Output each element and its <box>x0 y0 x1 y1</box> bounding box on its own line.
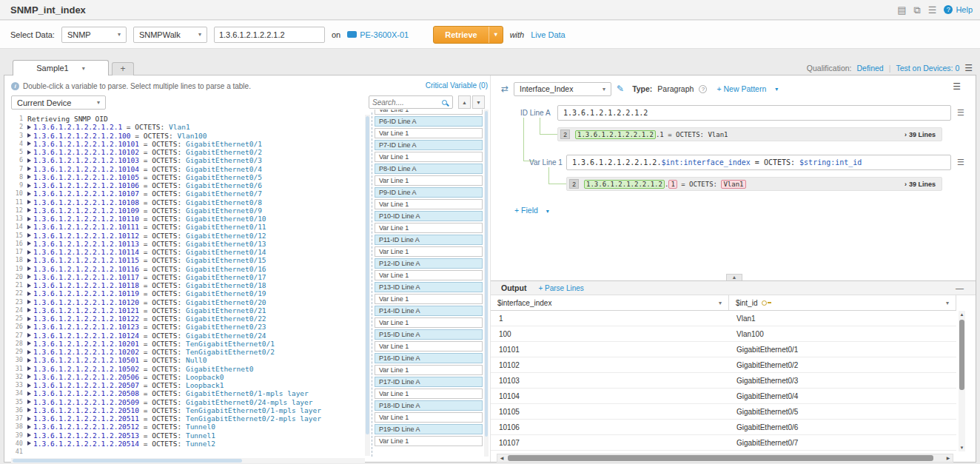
code-line[interactable]: 181.3.6.1.2.1.2.2.1.2.10115 = OCTETS: Gi… <box>11 256 365 264</box>
pattern-strip-item[interactable]: P17-ID Line A <box>375 377 483 387</box>
edit-variable-icon[interactable]: ✎ <box>617 84 624 94</box>
id-line-match-preview[interactable]: 2 1.3.6.1.2.1.2.2.1.2.1 = OCTETS: Vlan1 … <box>557 127 942 141</box>
scroll-left-icon[interactable]: ◀ <box>497 454 506 462</box>
pattern-strip-item[interactable]: Var Line 1 <box>375 365 483 375</box>
pattern-strip-item[interactable]: Var Line 1 <box>375 152 483 162</box>
code-line[interactable]: 291.3.6.1.2.1.2.2.1.2.10202 = OCTETS: Te… <box>11 348 365 356</box>
output-column-select-interface-index[interactable]: $interface_index ▾ <box>491 295 729 310</box>
pattern-strip-item[interactable]: P13-ID Line A <box>375 282 483 292</box>
code-line[interactable]: 111.3.6.1.2.1.2.2.1.2.10108 = OCTETS: Gi… <box>11 198 365 206</box>
code-line[interactable]: 141.3.6.1.2.1.2.2.1.2.10111 = OCTETS: Gi… <box>11 223 365 231</box>
id-line-pattern-input[interactable]: 1.3.6.1.2.1.2.2.1.2 <box>557 105 951 121</box>
code-line[interactable]: 351.3.6.1.2.1.2.2.1.2.20509 = OCTETS: Gi… <box>11 398 365 406</box>
search-icon[interactable] <box>442 100 447 105</box>
code-line[interactable]: 301.3.6.1.2.1.2.2.1.2.10501 = OCTETS: Nu… <box>11 356 365 364</box>
code-line[interactable]: 171.3.6.1.2.1.2.2.1.2.10114 = OCTETS: Gi… <box>11 248 365 256</box>
qualification-value-link[interactable]: Defined <box>857 64 884 73</box>
add-field-link[interactable]: + Field ▾ <box>514 206 549 215</box>
code-line[interactable]: 361.3.6.1.2.1.2.2.1.2.20510 = OCTETS: Te… <box>11 406 365 414</box>
pattern-strip-item[interactable]: Var Line 1 <box>375 341 483 352</box>
pattern-strip-item[interactable]: Var Line 1 <box>375 199 483 209</box>
copy-icon[interactable]: ⧉ <box>913 5 920 15</box>
pattern-strip-item[interactable]: P18-ID Line A <box>375 400 483 411</box>
device-link[interactable]: PE-3600X-01 <box>347 30 409 39</box>
code-line[interactable]: 201.3.6.1.2.1.2.2.1.2.10117 = OCTETS: Gi… <box>11 273 365 281</box>
pattern-strip-item[interactable]: Var Line 1 <box>375 223 483 233</box>
search-next-button[interactable]: ▼ <box>472 95 485 109</box>
test-on-devices-link[interactable]: Test on Devices: 0 <box>896 64 959 73</box>
code-line[interactable]: 401.3.6.1.2.1.2.2.1.2.20514 = OCTETS: Tu… <box>11 440 365 448</box>
code-line[interactable]: 231.3.6.1.2.1.2.2.1.2.10120 = OCTETS: Gi… <box>11 298 365 306</box>
output-column-select-int-id[interactable]: $int_id ▾ <box>729 295 956 310</box>
pattern-strip-item[interactable]: P7-ID Line A <box>375 140 483 150</box>
var-lines-count-link[interactable]: ›39 Lines <box>905 181 936 188</box>
type-help-icon[interactable]: ? <box>699 85 707 93</box>
code-line[interactable]: 121.3.6.1.2.1.2.2.1.2.10109 = OCTETS: Gi… <box>11 206 365 215</box>
output-horizontal-scrollbar[interactable]: ◀ ▶ <box>497 454 953 463</box>
strip-vertical-scrollbar[interactable] <box>484 110 489 457</box>
live-data-link[interactable]: Live Data <box>531 30 565 39</box>
pattern-strip-item[interactable]: Var Line 1 <box>375 412 483 423</box>
code-line[interactable]: 331.3.6.1.2.1.2.2.1.2.20507 = OCTETS: Lo… <box>11 381 365 389</box>
scroll-down-icon[interactable]: ▼ <box>959 444 965 451</box>
code-line[interactable]: 371.3.6.1.2.1.2.2.1.2.20511 = OCTETS: Te… <box>11 414 365 423</box>
pattern-strip-item[interactable]: P15-ID Line A <box>375 329 483 340</box>
pattern-strip-item[interactable]: P16-ID Line A <box>375 353 483 363</box>
code-line[interactable]: 1Retrieving SNMP OID <box>11 115 365 123</box>
scrollbar-thumb[interactable] <box>366 116 369 434</box>
pattern-strip-item[interactable]: P9-ID Line A <box>375 187 483 198</box>
help-link[interactable]: ? Help <box>944 5 973 14</box>
pattern-strip-item[interactable]: Var Line 1 <box>375 436 483 446</box>
code-line[interactable]: 251.3.6.1.2.1.2.2.1.2.10122 = OCTETS: Gi… <box>11 315 365 323</box>
list-icon[interactable]: ☰ <box>928 5 937 15</box>
pattern-strip-item[interactable]: P19-ID Line A <box>375 424 483 434</box>
code-line[interactable]: 61.3.6.1.2.1.2.2.1.2.10103 = OCTETS: Gig… <box>11 156 365 164</box>
critical-variable-link[interactable]: Critical Variable (0) <box>426 81 488 90</box>
pattern-strip-item[interactable]: P11-ID Line A <box>375 235 483 245</box>
pattern-strip-item[interactable]: Var Line 1 <box>375 270 483 280</box>
var-line-menu-icon[interactable]: ☰ <box>957 158 964 167</box>
parse-lines-link[interactable]: + Parse Lines <box>538 284 583 292</box>
code-line[interactable]: 221.3.6.1.2.1.2.2.1.2.10119 = OCTETS: Gi… <box>11 289 365 297</box>
code-line[interactable]: 41 <box>11 448 365 456</box>
retrieve-button[interactable]: Retrieve ▾ <box>433 26 503 44</box>
code-line[interactable]: 31.3.6.1.2.1.2.2.1.2.100 = OCTETS: Vlan1… <box>11 132 365 140</box>
pattern-strip-item[interactable]: Var Line 1 <box>375 317 483 328</box>
variable-select[interactable]: Interface_Index▾ <box>514 82 611 96</box>
new-pattern-link[interactable]: + New Pattern ▾ <box>716 84 778 93</box>
pattern-strip-item[interactable]: P8-ID Line A <box>375 164 483 174</box>
code-line[interactable]: 71.3.6.1.2.1.2.2.1.2.10104 = OCTETS: Gig… <box>11 165 365 173</box>
pattern-strip-item[interactable]: P10-ID Line A <box>375 211 483 221</box>
code-line[interactable]: 281.3.6.1.2.1.2.2.1.2.10201 = OCTETS: Te… <box>11 340 365 348</box>
code-line[interactable]: 161.3.6.1.2.1.2.2.1.2.10113 = OCTETS: Gi… <box>11 240 365 248</box>
minimize-output-icon[interactable]: — <box>956 283 964 292</box>
code-line[interactable]: 341.3.6.1.2.1.2.2.1.2.20508 = OCTETS: Gi… <box>11 389 365 397</box>
output-collapse-handle[interactable]: ▲ <box>726 274 742 280</box>
code-line[interactable]: 271.3.6.1.2.1.2.2.1.2.10124 = OCTETS: Gi… <box>11 332 365 340</box>
scrollbar-thumb[interactable] <box>13 459 242 463</box>
pattern-strip-item[interactable]: P12-ID Line A <box>375 258 483 269</box>
pattern-strip-item[interactable]: P14-ID Line A <box>375 306 483 316</box>
code-line[interactable]: 101.3.6.1.2.1.2.2.1.2.10107 = OCTETS: Gi… <box>11 189 365 198</box>
tab-menu-icon[interactable]: ☰ <box>964 63 973 73</box>
tab-add[interactable]: + <box>112 62 134 75</box>
code-line[interactable]: 131.3.6.1.2.1.2.2.1.2.10110 = OCTETS: Gi… <box>11 215 365 223</box>
code-vertical-scrollbar[interactable] <box>365 115 370 456</box>
id-lines-count-link[interactable]: ›39 Lines <box>905 131 936 138</box>
save-icon[interactable]: ▤ <box>897 5 906 15</box>
code-line[interactable]: 261.3.6.1.2.1.2.2.1.2.10123 = OCTETS: Gi… <box>11 323 365 331</box>
output-vertical-scrollbar[interactable]: ▲ ▼ <box>959 311 965 451</box>
device-scope-select[interactable]: Current Device▾ <box>11 95 106 110</box>
var-line-pattern-input[interactable]: 1.3.6.1.2.1.2.2.1.2.$int:interface_index… <box>566 155 951 170</box>
protocol-select[interactable]: SNMP▾ <box>61 27 127 43</box>
code-line[interactable]: 21.3.6.1.2.1.2.2.1.2.1 = OCTETS: Vlan1 <box>11 123 365 131</box>
pattern-strip-item[interactable]: P6-ID Line A <box>375 116 483 127</box>
code-line[interactable]: 321.3.6.1.2.1.2.2.1.2.20506 = OCTETS: Lo… <box>11 373 365 381</box>
scroll-up-icon[interactable]: ▲ <box>959 311 965 318</box>
scroll-right-icon[interactable]: ▶ <box>944 454 953 462</box>
code-line[interactable]: 191.3.6.1.2.1.2.2.1.2.10116 = OCTETS: Gi… <box>11 265 365 273</box>
scrollbar-thumb[interactable] <box>485 111 488 437</box>
scrollbar-thumb[interactable] <box>959 320 964 390</box>
code-line[interactable]: 311.3.6.1.2.1.2.2.1.2.10502 = OCTETS: Gi… <box>11 365 365 373</box>
code-line[interactable]: 381.3.6.1.2.1.2.2.1.2.20512 = OCTETS: Tu… <box>11 423 365 431</box>
